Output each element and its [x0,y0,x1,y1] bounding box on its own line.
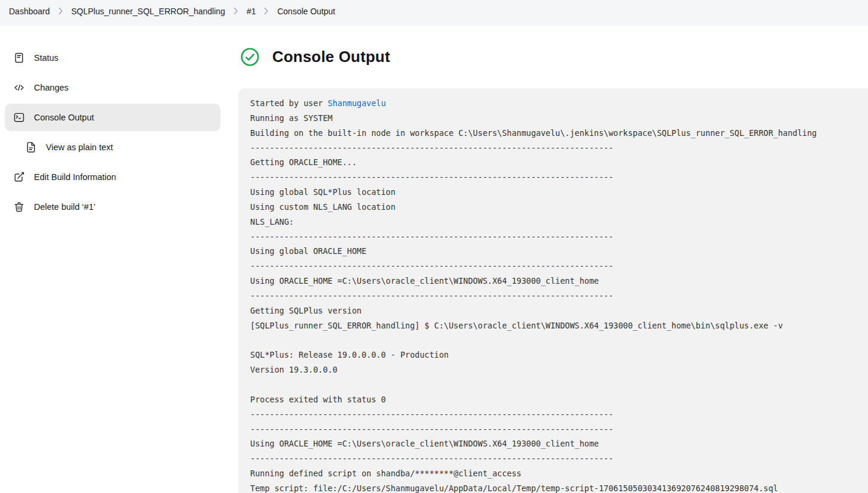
sidebar-item-label: Console Output [34,113,94,122]
chevron-right-icon [234,7,238,15]
page-title: Console Output [272,48,390,66]
breadcrumb-job[interactable]: SQLPlus_runner_SQL_ERROR_handling [67,5,229,18]
console-log: Started by user Shanmugavelu Running as … [250,96,868,493]
sidebar-item-label: Delete build ‘#1’ [34,202,95,212]
sidebar: Status Changes Console Output View as pl… [0,26,238,223]
sidebar-item-changes[interactable]: Changes [5,74,220,101]
changes-icon [13,82,25,94]
trash-icon [13,201,25,213]
document-icon [25,141,37,153]
edit-icon [13,171,25,183]
chevron-right-icon [264,7,269,15]
breadcrumb-bar: Dashboard SQLPlus_runner_SQL_ERROR_handl… [0,0,868,26]
chevron-right-icon [58,7,63,15]
breadcrumb: Dashboard SQLPlus_runner_SQL_ERROR_handl… [5,5,340,18]
status-icon [13,52,25,64]
console-output-panel: Started by user Shanmugavelu Running as … [238,88,868,493]
sidebar-item-delete-build[interactable]: Delete build ‘#1’ [5,193,220,221]
console-user-link[interactable]: Shanmugavelu [328,98,386,108]
breadcrumb-console-output[interactable]: Console Output [273,5,339,18]
breadcrumb-build-number[interactable]: #1 [242,5,260,18]
terminal-icon [13,111,25,123]
sidebar-item-edit-build-information[interactable]: Edit Build Information [5,163,220,191]
sidebar-item-view-as-plain-text[interactable]: View as plain text [5,134,220,161]
sidebar-item-label: Changes [34,83,69,92]
breadcrumb-dashboard[interactable]: Dashboard [5,5,54,18]
build-success-icon [240,47,260,67]
sidebar-item-status[interactable]: Status [5,44,220,72]
sidebar-item-label: Edit Build Information [34,172,116,182]
sidebar-item-label: View as plain text [46,142,113,152]
sidebar-item-label: Status [34,53,58,63]
sidebar-item-console-output[interactable]: Console Output [5,104,220,131]
page-title-row: Console Output [240,47,390,67]
